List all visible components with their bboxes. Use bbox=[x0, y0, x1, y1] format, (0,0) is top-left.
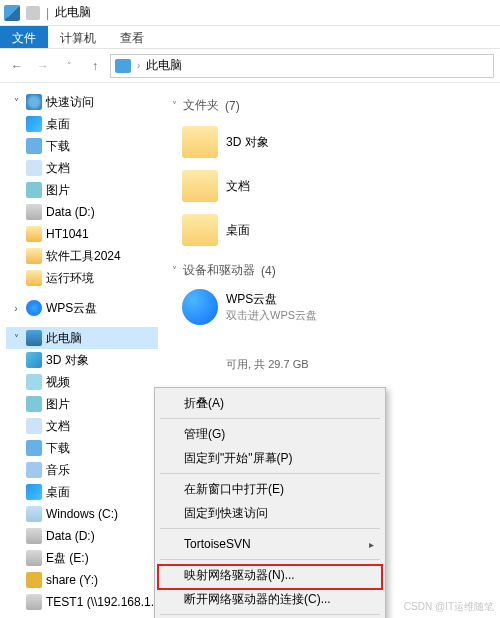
tree-ht1041[interactable]: HT1041 bbox=[6, 223, 158, 245]
tree-softtools[interactable]: 软件工具2024 bbox=[6, 245, 158, 267]
tree-quick-access[interactable]: ˅快速访问 bbox=[6, 91, 158, 113]
wps-icon bbox=[26, 300, 42, 316]
menu-separator bbox=[160, 418, 380, 419]
menu-separator bbox=[160, 559, 380, 560]
desktop-icon bbox=[26, 484, 42, 500]
tree-this-pc[interactable]: ˅此电脑 bbox=[6, 327, 158, 349]
tree-video[interactable]: 视频 bbox=[6, 371, 158, 393]
item-documents[interactable]: 文档 bbox=[182, 164, 490, 208]
qat-icon[interactable] bbox=[26, 6, 40, 20]
folder-icon bbox=[182, 170, 218, 202]
tree-wps[interactable]: ›WPS云盘 bbox=[6, 297, 158, 319]
navbar: ← → ˅ ↑ › 此电脑 bbox=[0, 49, 500, 83]
titlebar: | 此电脑 bbox=[0, 0, 500, 26]
netdrive-icon bbox=[26, 594, 42, 610]
tab-computer[interactable]: 计算机 bbox=[48, 26, 108, 48]
tree-documents2[interactable]: 文档 bbox=[6, 415, 158, 437]
download-icon bbox=[26, 440, 42, 456]
picture-icon bbox=[26, 182, 42, 198]
ribbon-tabs: 文件 计算机 查看 bbox=[0, 26, 500, 49]
item-wps[interactable]: WPS云盘双击进入WPS云盘 bbox=[182, 285, 490, 329]
video-icon bbox=[26, 374, 42, 390]
address-bar[interactable]: › 此电脑 bbox=[110, 54, 494, 78]
drive-icon bbox=[26, 528, 42, 544]
tree-downloads2[interactable]: 下载 bbox=[6, 437, 158, 459]
star-icon bbox=[26, 94, 42, 110]
drive-avail-1: 可用, 共 29.7 GB bbox=[226, 357, 490, 372]
chevron-right-icon[interactable]: › bbox=[10, 303, 22, 314]
item-3dobj[interactable]: 3D 对象 bbox=[182, 120, 490, 164]
tree-downloads[interactable]: 下载 bbox=[6, 135, 158, 157]
pc-icon bbox=[4, 5, 20, 21]
nav-tree: ˅快速访问 桌面 下载 文档 图片 Data (D:) HT1041 软件工具2… bbox=[0, 83, 162, 618]
chevron-right-icon: ▸ bbox=[369, 539, 374, 550]
up-button[interactable]: ↑ bbox=[84, 55, 106, 77]
tree-runtime[interactable]: 运行环境 bbox=[6, 267, 158, 289]
folder-icon bbox=[26, 248, 42, 264]
share-icon bbox=[26, 572, 42, 588]
folder-icon bbox=[182, 214, 218, 246]
folder-icon bbox=[26, 270, 42, 286]
download-icon bbox=[26, 138, 42, 154]
menu-disconnect[interactable]: 断开网络驱动器的连接(C)... bbox=[158, 587, 382, 611]
back-button[interactable]: ← bbox=[6, 55, 28, 77]
tree-cdrive[interactable]: Windows (C:) bbox=[6, 503, 158, 525]
chevron-right-icon: › bbox=[137, 60, 140, 71]
menu-map-drive[interactable]: 映射网络驱动器(N)... bbox=[158, 563, 382, 587]
tree-share[interactable]: share (Y:) bbox=[6, 569, 158, 591]
tree-edrive[interactable]: E盘 (E:) bbox=[6, 547, 158, 569]
document-icon bbox=[26, 160, 42, 176]
context-menu: 折叠(A) 管理(G) 固定到"开始"屏幕(P) 在新窗口中打开(E) 固定到快… bbox=[154, 387, 386, 618]
menu-separator bbox=[160, 528, 380, 529]
picture-icon bbox=[26, 396, 42, 412]
chevron-down-icon[interactable]: ˅ bbox=[10, 333, 22, 344]
menu-new-window[interactable]: 在新窗口中打开(E) bbox=[158, 477, 382, 501]
window-title: 此电脑 bbox=[55, 4, 91, 21]
menu-separator bbox=[160, 614, 380, 615]
section-folders[interactable]: ˅ 文件夹 (7) bbox=[172, 97, 490, 114]
wps-icon bbox=[182, 289, 218, 325]
tree-desktop2[interactable]: 桌面 bbox=[6, 481, 158, 503]
tree-3dobj[interactable]: 3D 对象 bbox=[6, 349, 158, 371]
folder-icon bbox=[26, 226, 42, 242]
drive-icon bbox=[26, 550, 42, 566]
tree-desktop[interactable]: 桌面 bbox=[6, 113, 158, 135]
address-text: 此电脑 bbox=[146, 57, 182, 74]
menu-manage[interactable]: 管理(G) bbox=[158, 422, 382, 446]
watermark: CSDN @IT运维随笔 bbox=[404, 600, 494, 614]
tree-test1[interactable]: TEST1 (\\192.168.1... bbox=[6, 591, 158, 613]
chevron-down-icon: ˅ bbox=[172, 265, 177, 276]
menu-separator bbox=[160, 473, 380, 474]
menu-pin-quick[interactable]: 固定到快速访问 bbox=[158, 501, 382, 525]
tree-documents[interactable]: 文档 bbox=[6, 157, 158, 179]
pc-mini-icon bbox=[115, 59, 131, 73]
tree-datad2[interactable]: Data (D:) bbox=[6, 525, 158, 547]
tree-music[interactable]: 音乐 bbox=[6, 459, 158, 481]
qat-divider: | bbox=[46, 6, 49, 20]
desktop-icon bbox=[26, 116, 42, 132]
item-desktop[interactable]: 桌面 bbox=[182, 208, 490, 252]
tree-data-d[interactable]: Data (D:) bbox=[6, 201, 158, 223]
menu-collapse[interactable]: 折叠(A) bbox=[158, 391, 382, 415]
folder-icon bbox=[182, 126, 218, 158]
music-icon bbox=[26, 462, 42, 478]
forward-button[interactable]: → bbox=[32, 55, 54, 77]
recent-dropdown[interactable]: ˅ bbox=[58, 55, 80, 77]
tab-view[interactable]: 查看 bbox=[108, 26, 156, 48]
document-icon bbox=[26, 418, 42, 434]
section-devices[interactable]: ˅ 设备和驱动器 (4) bbox=[172, 262, 490, 279]
tree-pictures2[interactable]: 图片 bbox=[6, 393, 158, 415]
chevron-down-icon[interactable]: ˅ bbox=[10, 97, 22, 108]
chevron-down-icon: ˅ bbox=[172, 100, 177, 111]
tree-pictures[interactable]: 图片 bbox=[6, 179, 158, 201]
drive-icon bbox=[26, 506, 42, 522]
cube-icon bbox=[26, 352, 42, 368]
pc-icon bbox=[26, 330, 42, 346]
menu-pin-start[interactable]: 固定到"开始"屏幕(P) bbox=[158, 446, 382, 470]
menu-tortoise[interactable]: TortoiseSVN▸ bbox=[158, 532, 382, 556]
drive-icon bbox=[26, 204, 42, 220]
tab-file[interactable]: 文件 bbox=[0, 26, 48, 48]
